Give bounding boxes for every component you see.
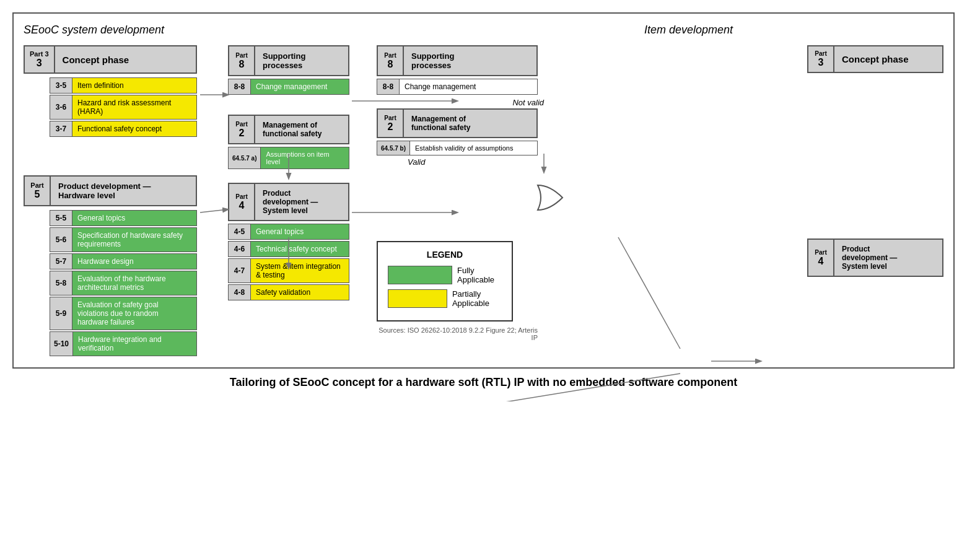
right-section-title: Item development (644, 24, 733, 37)
concept-part-label: Part 3 3 (25, 46, 55, 72)
management-left-block: Part 2 Management offunctional safety 64… (228, 115, 349, 170)
not-valid-label: Not valid (512, 98, 544, 107)
item-4-6: 4-6 Technical safety concept (228, 241, 349, 257)
legend-yellow-color (388, 289, 447, 308)
seoc-hardware-block: Part 5 Product development —Hardware lev… (24, 175, 197, 206)
management-right-block: Part 2 Management offunctional safety 64… (377, 108, 538, 155)
main-diagram: SEooC system development Item developmen… (12, 12, 955, 369)
item-8-8-right: 8-8 Change management (377, 79, 538, 95)
valid-label: Valid (408, 157, 425, 167)
legend-box: LEGEND Fully Applicable Partially Applic… (377, 241, 513, 322)
item-4-8: 4-8 Safety validation (228, 284, 349, 300)
supporting-right-block: Part 8 Supportingprocesses 8-8 Change ma… (377, 45, 538, 95)
left-column: Part 3 3 Concept phase 3-5 Item definiti… (24, 45, 216, 357)
concept-title: Concept phase (55, 46, 196, 72)
item-8-8-left: 8-8 Change management (228, 79, 349, 95)
right-mid-col: Part 8 Supportingprocesses 8-8 Change ma… (377, 45, 550, 341)
legend-partially-label: Partially Applicable (452, 289, 502, 308)
item-5-10: 5-10 Hardware integration and verificati… (50, 331, 197, 356)
concept-right-title: Concept phase (834, 46, 942, 72)
item-4-7: 4-7 System & item integration & testing (228, 258, 349, 283)
legend-fully-applicable: Fully Applicable (388, 266, 502, 284)
concept-items: 3-5 Item definition 3-6 Hazard and risk … (50, 77, 197, 137)
item-5-5: 5-5 General topics (50, 210, 197, 226)
concept-right-block: Part 3 Concept phase (807, 45, 943, 76)
hardware-items: 5-5 General topics 5-6 Specification of … (50, 210, 197, 356)
item-3-7: 3-7 Functional safety concept (50, 121, 197, 137)
product-system-left-block: Part 4 Productdevelopment —System level … (228, 183, 349, 302)
footer-title: Tailoring of SEooC concept for a hardwar… (12, 376, 955, 389)
item-5-6: 5-6 Specification of hardware safety req… (50, 227, 197, 252)
item-5-9: 5-9 Evaluation of safety goal violations… (50, 297, 197, 330)
product-system-right-block: Part 4 Productdevelopment —System level (807, 238, 943, 279)
source-text: Sources: ISO 26262-10:2018 9.2.2 Figure … (377, 326, 538, 341)
item-64-5-7a: 64.5.7 a) Assumptions on item level (228, 147, 349, 169)
hardware-part-label: Part 5 (25, 177, 51, 205)
center-left-col: Part 8 Supportingprocesses 8-8 Change ma… (216, 45, 352, 302)
item-64-5-7b: 64.5.7 b) Establish validity of assumpti… (377, 141, 538, 155)
hardware-title: Product development —Hardware level (51, 177, 196, 205)
left-section-title: SEooC system development (24, 24, 164, 37)
right-section: Part 8 Supportingprocesses 8-8 Change ma… (352, 45, 943, 341)
legend-partially-applicable: Partially Applicable (388, 289, 502, 308)
legend-fully-label: Fully Applicable (457, 266, 502, 284)
item-5-7: 5-7 Hardware design (50, 253, 197, 269)
far-right-col: Part 3 Concept phase Part (550, 45, 943, 341)
item-3-6: 3-6 Hazard and risk assessment (HARA) (50, 95, 197, 120)
legend-title: LEGEND (388, 250, 502, 260)
seoc-concept-block: Part 3 3 Concept phase (24, 45, 197, 74)
legend-green-color (388, 266, 452, 284)
supporting-left-block: Part 8 Supportingprocesses 8-8 Change ma… (228, 45, 349, 96)
item-4-5: 4-5 General topics (228, 224, 349, 240)
item-5-8: 5-8 Evaluation of the hardware architect… (50, 271, 197, 295)
item-3-5: 3-5 Item definition (50, 77, 197, 94)
